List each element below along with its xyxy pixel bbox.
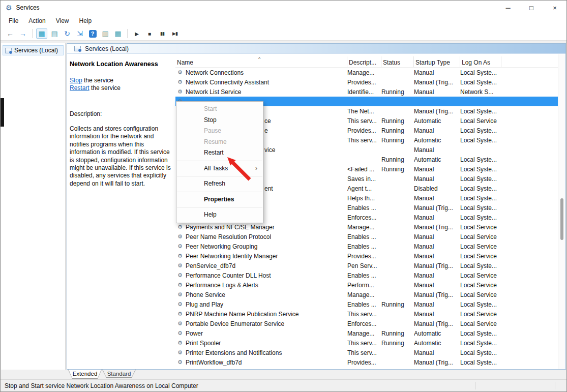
- statusbar-divider: [475, 382, 476, 389]
- stop-service-link[interactable]: Stop: [70, 77, 82, 84]
- table-row[interactable]: ⚙Payments and NFC/SE ManagerManage...Man…: [175, 222, 558, 232]
- log-on-as: Local Service: [460, 311, 501, 318]
- service-status: Running: [381, 156, 414, 163]
- tree-item-services-local[interactable]: Services (Local): [3, 45, 64, 55]
- tab-standard[interactable]: Standard: [102, 370, 136, 378]
- table-row[interactable]: ⚙Phone ServiceManage...Manual (Trig...Lo…: [175, 290, 558, 299]
- red-arrow-annotation: [220, 153, 260, 187]
- context-menu-item-properties[interactable]: Properties: [176, 194, 263, 205]
- table-row[interactable]: ⚙Peer Networking GroupingEnables ...Manu…: [175, 242, 558, 251]
- back-icon[interactable]: ←: [5, 28, 16, 39]
- table-row[interactable]: ⚙Print SpoolerThis serv...RunningAutomat…: [175, 338, 558, 348]
- startup-type: Manual (Trig...: [414, 79, 460, 86]
- restart-service-icon[interactable]: ▶▮: [169, 28, 181, 39]
- service-name: Phone Service: [186, 291, 225, 298]
- start-service-icon[interactable]: ▶: [131, 28, 142, 39]
- table-row[interactable]: ⚙Performance Counter DLL HostEnables ...…: [175, 270, 558, 280]
- service-name: Peer Networking Identity Manager: [186, 253, 278, 260]
- menubar-item-view[interactable]: View: [51, 16, 74, 26]
- log-on-as: Local Syste...: [460, 108, 501, 115]
- vertical-scrollbar[interactable]: [558, 54, 565, 369]
- log-on-as: Local Service: [460, 224, 501, 231]
- service-gear-icon: ⚙: [176, 88, 184, 95]
- service-name: Portable Device Enumerator Service: [186, 320, 284, 327]
- table-row[interactable]: ⚙PowerManage...RunningAutomaticLocal Sys…: [175, 328, 558, 338]
- services-node-icon: [5, 48, 12, 53]
- startup-type: Manual: [414, 233, 460, 240]
- table-row[interactable]: ⚙Network Connectivity AssistantProvides.…: [175, 77, 558, 87]
- table-row[interactable]: ⚙Portable Device Enumerator ServiceEnfor…: [175, 319, 558, 328]
- service-description: This serv...: [347, 117, 381, 125]
- page-title: Services (Local): [85, 45, 129, 52]
- startup-type: Automatic: [414, 137, 460, 144]
- log-on-as: Local Syste...: [460, 340, 501, 347]
- save-list-icon[interactable]: ⇲: [74, 28, 85, 39]
- table-row[interactable]: ⚙PenService_dfb7dPen Serv...Manual (Trig…: [175, 261, 558, 270]
- close-button[interactable]: ×: [543, 1, 566, 15]
- service-description: Perform...: [347, 282, 381, 289]
- menu-bar: FileActionViewHelp: [1, 15, 566, 27]
- context-menu-item-stop[interactable]: Stop: [176, 115, 263, 126]
- column-header-name[interactable]: Name: [175, 56, 347, 67]
- column-header-status[interactable]: Status: [381, 56, 414, 67]
- show-description-icon[interactable]: ▥: [100, 28, 111, 39]
- console-tree-panel: Services (Local): [1, 43, 66, 370]
- table-row[interactable]: ⚙Printer Extensions and NotificationsThi…: [175, 348, 558, 357]
- table-row[interactable]: ⚙PrintWorkflow_dfb7dProvides...Manual (T…: [175, 357, 558, 367]
- service-gear-icon: ⚙: [176, 233, 184, 240]
- standard-view-icon[interactable]: ▦: [112, 28, 124, 39]
- table-row[interactable]: ⚙Plug and PlayEnables ...RunningManualLo…: [175, 299, 558, 309]
- table-row[interactable]: ⚙Peer Name Resolution ProtocolEnables ..…: [175, 232, 558, 242]
- stop-service-icon[interactable]: ■: [144, 28, 155, 39]
- log-on-as: Local Syste...: [460, 204, 501, 212]
- column-header-desc[interactable]: Descript...: [347, 56, 381, 67]
- context-menu-item-start: Start: [176, 104, 263, 115]
- toolbar-separator: [32, 29, 33, 38]
- service-description: Agent t...: [347, 185, 381, 192]
- service-name: Peer Name Resolution Protocol: [186, 233, 271, 240]
- log-on-as: Local Service: [460, 233, 501, 240]
- export-list-icon[interactable]: ▤: [49, 28, 60, 39]
- refresh-icon[interactable]: ↻: [62, 28, 73, 39]
- context-menu-item-help[interactable]: Help: [176, 209, 263, 221]
- table-row[interactable]: ⚙Network ConnectionsManage...ManualLocal…: [175, 68, 558, 77]
- table-row[interactable]: ⚙PNRP Machine Name Publication ServiceTh…: [175, 309, 558, 319]
- menubar-item-help[interactable]: Help: [74, 16, 97, 26]
- column-header-startup[interactable]: Startup Type: [414, 56, 460, 67]
- column-header-logon[interactable]: Log On As: [460, 56, 501, 67]
- show-console-tree-icon[interactable]: ▦: [36, 28, 47, 39]
- restart-service-link[interactable]: Restart: [70, 84, 89, 92]
- tab-extended[interactable]: Extended: [68, 370, 102, 379]
- service-description: The Net...: [347, 108, 381, 115]
- service-description: Helps th...: [347, 195, 381, 202]
- service-name: ent: [264, 185, 273, 192]
- minimize-button[interactable]: ─: [496, 1, 520, 15]
- startup-type: Manual (Trig...: [414, 359, 460, 366]
- service-gear-icon: ⚙: [176, 301, 184, 308]
- help-icon[interactable]: ?: [87, 28, 98, 39]
- log-on-as: Local Syste...: [460, 137, 501, 144]
- service-gear-icon: ⚙: [176, 224, 184, 230]
- maximize-button[interactable]: □: [520, 1, 543, 15]
- scrollbar-thumb[interactable]: [560, 198, 563, 240]
- menubar-item-action[interactable]: Action: [23, 16, 50, 26]
- pause-service-icon[interactable]: ▮▮: [157, 28, 168, 39]
- startup-type: Manual: [414, 69, 460, 76]
- log-on-as: Local Syste...: [460, 301, 501, 308]
- table-row[interactable]: ⚙Peer Networking Identity ManagerProvide…: [175, 251, 558, 261]
- tab-label: Standard: [103, 370, 135, 377]
- service-name: Payments and NFC/SE Manager: [186, 224, 275, 231]
- forward-icon[interactable]: →: [17, 28, 28, 39]
- menubar-item-file[interactable]: File: [4, 16, 23, 26]
- table-row[interactable]: ⚙Performance Logs & AlertsPerform...Manu…: [175, 280, 558, 290]
- service-description: Manage...: [347, 291, 381, 298]
- log-on-as: Local Service: [460, 243, 501, 250]
- startup-type: Manual: [414, 88, 460, 96]
- log-on-as: Local Syste...: [460, 195, 501, 202]
- service-status: Running: [381, 330, 414, 337]
- log-on-as: Local Service: [460, 272, 501, 279]
- service-name: PenService_dfb7d: [186, 262, 235, 269]
- toolbar: ←→▦▤↻⇲?▥▦▶■▮▮▶▮: [1, 27, 566, 41]
- table-row[interactable]: ⚙Network List ServiceIdentifie...Running…: [175, 87, 558, 97]
- startup-type: Manual: [414, 146, 460, 154]
